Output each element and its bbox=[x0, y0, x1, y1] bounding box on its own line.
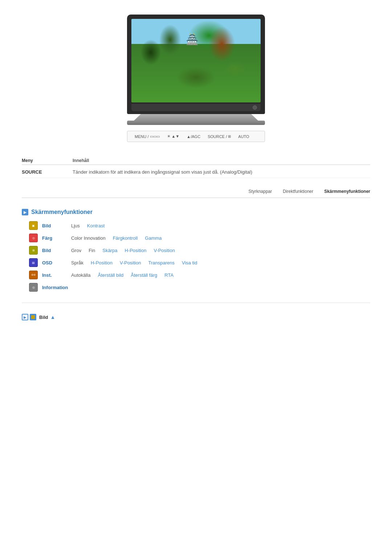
tab-direktfunktioner[interactable]: Direktfunktioner bbox=[283, 189, 313, 195]
monitor-body bbox=[127, 15, 265, 114]
tab-styrknappar[interactable]: Styrknappar bbox=[249, 189, 272, 195]
nav-label: Bild bbox=[39, 315, 48, 320]
sub-rta[interactable]: RTA bbox=[164, 272, 173, 278]
control-source: SOURCE / ⊞ bbox=[208, 134, 231, 139]
menu-label-farg: Färg bbox=[42, 235, 71, 241]
control-auto: AUTO bbox=[238, 134, 249, 139]
control-bar: MENU / ▭▭▭ ☀ ▲▼ ▲/AGC SOURCE / ⊞ AUTO bbox=[127, 131, 265, 142]
menu-row-inst: ⚙⚙ Inst. Autokälla Återställ bild Återst… bbox=[29, 271, 370, 279]
menu-label-osd: OSD bbox=[42, 260, 71, 266]
menu-sub-farg: Color Innovation Färgkontroll Gamma bbox=[71, 235, 162, 241]
sub-skarpa[interactable]: Skärpa bbox=[102, 248, 117, 253]
sub-gamma[interactable]: Gamma bbox=[145, 235, 162, 241]
menu-label-bild2: Bild bbox=[42, 248, 71, 253]
monitor-section: MENU / ▭▭▭ ☀ ▲▼ ▲/AGC SOURCE / ⊞ AUTO bbox=[22, 15, 370, 142]
menu-label-inst: Inst. bbox=[42, 272, 71, 278]
table-header: Meny Innehåll bbox=[22, 157, 370, 165]
sub-sprak[interactable]: Språk bbox=[71, 260, 83, 266]
header-content: Innehåll bbox=[73, 158, 370, 163]
nav-icon-picture-inner bbox=[31, 315, 35, 319]
table-row: SOURCE Tänder indikatorn för att indiker… bbox=[22, 166, 370, 178]
menu-sub-osd: Språk H-Position V-Position Transparens … bbox=[71, 260, 197, 266]
sub-h-position[interactable]: H-Position bbox=[124, 248, 146, 253]
sub-kontrast[interactable]: Kontrast bbox=[87, 223, 105, 228]
menu-icon-info: ◎ bbox=[29, 283, 38, 292]
sub-visa-tid[interactable]: Visa tid bbox=[182, 260, 197, 266]
menu-icon-color: ◎ bbox=[29, 234, 38, 242]
legend-table: Meny Innehåll SOURCE Tänder indikatorn f… bbox=[22, 157, 370, 178]
menu-sub-bild1: Ljus Kontrast bbox=[71, 223, 105, 228]
screen-menu-section: ▶ Skärmmenyfunktioner ▣ Bild Ljus Kontra… bbox=[22, 209, 370, 292]
monitor-stand bbox=[127, 114, 265, 121]
divider bbox=[22, 303, 370, 303]
sub-color-innovation[interactable]: Color Innovation bbox=[71, 235, 106, 241]
sub-grov[interactable]: Grov bbox=[71, 248, 81, 253]
menu-icon-image: ⊞ bbox=[29, 246, 38, 255]
control-brightness: ☀ ▲▼ bbox=[167, 134, 180, 139]
section-title-icon: ▶ bbox=[22, 209, 28, 215]
section-title-text: Skärmmenyfunktioner bbox=[31, 209, 93, 215]
menu-sub-inst: Autokälla Återställ bild Återställ färg … bbox=[71, 272, 173, 278]
menu-row-information: ◎ Information bbox=[29, 283, 370, 292]
control-volume: ▲/AGC bbox=[187, 134, 200, 139]
control-menu: MENU / ▭▭▭ bbox=[135, 134, 160, 139]
menu-row-farg: ◎ Färg Color Innovation Färgkontroll Gam… bbox=[29, 234, 370, 242]
menu-icon-picture: ▣ bbox=[29, 221, 38, 230]
menu-label-bild1: Bild bbox=[42, 223, 71, 228]
sub-transparens[interactable]: Transparens bbox=[148, 260, 175, 266]
section-title: ▶ Skärmmenyfunktioner bbox=[22, 209, 370, 215]
sub-fin[interactable]: Fin bbox=[89, 248, 95, 253]
sub-v-position[interactable]: V-Position bbox=[154, 248, 175, 253]
header-menu: Meny bbox=[22, 158, 58, 163]
monitor-screen bbox=[131, 19, 261, 102]
menu-grid: ▣ Bild Ljus Kontrast ◎ Färg Color Innova… bbox=[22, 221, 370, 292]
sub-aterstall-bild[interactable]: Återställ bild bbox=[98, 272, 123, 278]
nav-icon-left[interactable]: ▶ bbox=[22, 314, 28, 320]
row-menu-label: SOURCE bbox=[22, 169, 58, 175]
menu-sub-bild2: Grov Fin Skärpa H-Position V-Position bbox=[71, 248, 175, 253]
menu-icon-osd: ▤ bbox=[29, 258, 38, 267]
nav-arrow-up[interactable]: ▲ bbox=[50, 314, 56, 320]
nav-icon-picture[interactable] bbox=[30, 314, 36, 320]
sub-osd-v-pos[interactable]: V-Position bbox=[120, 260, 141, 266]
menu-row-bild2: ⊞ Bild Grov Fin Skärpa H-Position V-Posi… bbox=[29, 246, 370, 255]
sub-autokalla[interactable]: Autokälla bbox=[71, 272, 90, 278]
menu-icon-inst: ⚙⚙ bbox=[29, 271, 38, 279]
menu-row-osd: ▤ OSD Språk H-Position V-Position Transp… bbox=[29, 258, 370, 267]
menu-label-information: Information bbox=[42, 285, 71, 290]
tabs-bar: Styrknappar Direktfunktioner Skärmmenyfu… bbox=[22, 189, 370, 198]
monitor-bezel bbox=[131, 104, 261, 111]
bottom-nav: ▶ Bild ▲ bbox=[22, 310, 370, 320]
sub-osd-h-pos[interactable]: H-Position bbox=[91, 260, 113, 266]
sub-ljus[interactable]: Ljus bbox=[71, 223, 80, 228]
tab-skarmmenyfunktioner[interactable]: Skärmmenyfunktioner bbox=[324, 189, 370, 195]
monitor-power-button[interactable] bbox=[253, 105, 257, 110]
sub-fargkontroll[interactable]: Färgkontroll bbox=[113, 235, 138, 241]
row-content-text: Tänder indikatorn för att indikera den i… bbox=[73, 169, 370, 175]
monitor-base bbox=[127, 121, 265, 125]
sub-aterstall-farg[interactable]: Återställ färg bbox=[131, 272, 157, 278]
menu-row-bild1: ▣ Bild Ljus Kontrast bbox=[29, 221, 370, 230]
